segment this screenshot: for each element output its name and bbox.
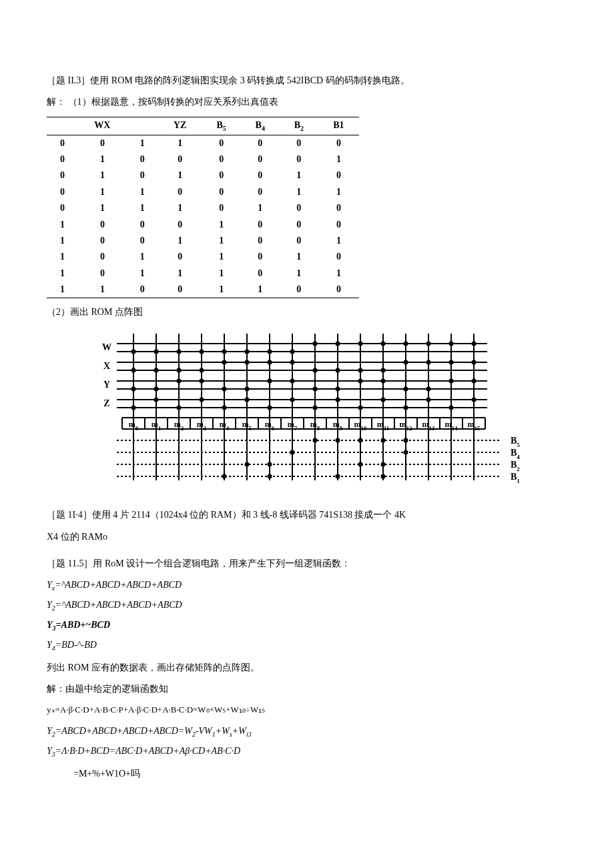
svg-point-56 [290, 349, 295, 354]
svg-point-39 [177, 405, 182, 410]
table-cell: 0 [318, 167, 359, 183]
table-cell: 0 [318, 200, 359, 216]
table-row: 01110100 [47, 200, 359, 216]
table-cell: 1 [47, 282, 78, 298]
svg-point-31 [131, 405, 136, 410]
svg-point-131 [358, 438, 363, 442]
rom-diagram: WXYZm0m1m2m3m4m5m6m7m8m9m10m11m12m13m14m… [47, 327, 567, 505]
table-cell: 1 [241, 282, 280, 298]
svg-point-32 [154, 349, 159, 354]
table-cell: 0 [158, 249, 202, 265]
table-cell: 1 [127, 184, 158, 200]
table-cell: 0 [241, 184, 280, 200]
table-cell: 0 [78, 249, 127, 265]
svg-point-89 [472, 360, 477, 364]
truth-table: WX YZ B5 B4 B2 B1 0011000001000001010100… [47, 117, 359, 299]
table-cell: 0 [78, 217, 127, 233]
table-cell: 0 [158, 151, 202, 167]
sol-eq1: yₓ=A·β·C·D+A·B·C·P+A·β·C·D+A·B·C·D=W₀+W₅… [47, 703, 567, 717]
table-cell: 1 [78, 184, 127, 200]
table-cell: 0 [158, 184, 202, 200]
eq-y1: Yx=^ABCD+ABCD+ABCD+ABCD [47, 578, 567, 594]
svg-text:B4: B4 [511, 448, 520, 460]
truth-table-header: WX YZ B5 B4 B2 B1 [47, 117, 359, 135]
table-cell: 0 [241, 249, 280, 265]
table-cell: 0 [202, 167, 241, 183]
svg-point-66 [336, 386, 340, 391]
svg-point-141 [268, 462, 272, 466]
svg-point-78 [404, 386, 408, 391]
svg-point-130 [336, 438, 340, 442]
svg-point-70 [358, 378, 363, 383]
svg-point-69 [358, 368, 363, 372]
table-cell: 0 [241, 217, 280, 233]
problem-113-step2: （2）画出 ROM 点阵图 [47, 305, 567, 320]
svg-point-47 [222, 405, 227, 410]
table-cell: 0 [241, 167, 280, 183]
table-cell: 0 [127, 233, 158, 249]
svg-point-62 [313, 386, 318, 391]
table-cell: 1 [78, 167, 127, 183]
svg-point-38 [177, 378, 182, 383]
table-cell: 0 [202, 184, 241, 200]
table-row: 01100011 [47, 184, 359, 200]
svg-point-52 [268, 349, 272, 354]
table-cell: 0 [78, 233, 127, 249]
sol-eq2: Y2=ABCD+ABCD+ABCD+ABCD=W2-VW1+Ws+Wi3 [47, 724, 567, 740]
svg-point-82 [426, 386, 431, 391]
table-cell: 0 [47, 167, 78, 183]
sol-eq2-rhs: =ABCD+ABCD+ABCD+ABCD=W2-VW1+Ws+Wi3 [55, 726, 252, 736]
svg-point-84 [449, 341, 454, 346]
svg-point-140 [245, 462, 250, 466]
sol-eq3: Y3=Λ·B·D+BCD=ΛBC·D+ABCD+Aβ·CD+AB·C·D [47, 744, 567, 760]
svg-point-81 [426, 360, 431, 364]
hdr-yz: YZ [158, 117, 202, 135]
problem-113-step1: 解： （1）根据题意，按码制转换的对应关系列出真值表 [47, 95, 567, 109]
hdr-b4: B4 [241, 117, 280, 135]
table-cell: 1 [78, 200, 127, 216]
svg-point-55 [268, 405, 272, 410]
eq-y4: Y4=BD-^-BD [47, 638, 567, 654]
sol-eq3-rhs: =Λ·B·D+BCD=ΛBC·D+ABCD+Aβ·CD+AB·C·D [55, 746, 240, 756]
table-cell: 1 [47, 249, 78, 265]
table-cell: 0 [280, 282, 318, 298]
table-cell: 1 [158, 200, 202, 216]
table-cell: 1 [318, 266, 359, 282]
svg-point-143 [381, 462, 386, 466]
svg-point-35 [154, 397, 159, 402]
problem-113-title: ［题 II.3］使用 ROM 电路的阵列逻辑图实现余 3 码转换成 542IBC… [47, 73, 567, 88]
table-cell: 1 [280, 184, 318, 200]
table-cell: 0 [47, 200, 78, 216]
table-cell: 1 [78, 151, 127, 167]
table-cell: 0 [318, 249, 359, 265]
svg-point-90 [472, 378, 477, 383]
eq-y2: Y2=^ABCD+ABCD+ABCD+ABCD [47, 598, 567, 614]
svg-point-132 [381, 438, 386, 442]
svg-point-50 [245, 386, 250, 391]
svg-point-77 [404, 360, 408, 364]
sol-eq4: =M+%+W1O+吗 [47, 767, 567, 781]
eq-y2-lhs: Y2 [47, 600, 55, 610]
table-row: 01000001 [47, 151, 359, 167]
table-cell: 0 [318, 217, 359, 233]
svg-point-33 [154, 368, 159, 372]
svg-point-67 [336, 397, 340, 402]
svg-text:B2: B2 [511, 460, 520, 472]
table-cell: 0 [280, 135, 318, 151]
table-cell: 1 [241, 200, 280, 216]
table-cell: 0 [158, 217, 202, 233]
eq-y1-rhs: =^ABCD+ABCD+ABCD+ABCD [55, 580, 182, 590]
svg-text:m15: m15 [468, 420, 481, 432]
svg-point-53 [268, 360, 272, 364]
svg-point-72 [381, 341, 386, 346]
table-cell: 0 [318, 135, 359, 151]
svg-text:m13: m13 [422, 420, 436, 432]
svg-point-40 [200, 349, 204, 354]
problem-114-title: ［题 1I·4］使用 4 片 2114（1024x4 位的 RAM）和 3 线-… [47, 508, 567, 522]
svg-point-46 [222, 386, 227, 391]
table-cell: 1 [280, 266, 318, 282]
table-cell: 1 [127, 249, 158, 265]
problem-114-line2: X4 位的 RAMo [47, 530, 567, 544]
svg-point-54 [268, 378, 272, 383]
svg-point-68 [358, 341, 363, 346]
